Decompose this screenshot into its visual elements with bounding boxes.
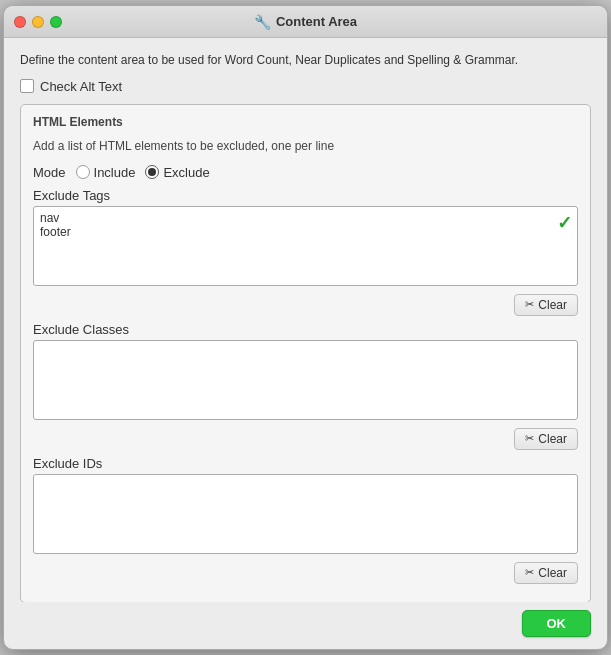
mode-row: Mode Include Exclude xyxy=(33,165,578,180)
exclude-tags-block: Exclude Tags nav footer ✓ ✂ Clear xyxy=(33,188,578,316)
fields-container: Exclude Tags nav footer ✓ ✂ Clear Exclud xyxy=(33,188,578,590)
main-window: 🔧 Content Area Define the content area t… xyxy=(3,5,608,650)
close-button[interactable] xyxy=(14,16,26,28)
exclude-ids-wrap xyxy=(33,474,578,557)
exclude-classes-block: Exclude Classes ✂ Clear xyxy=(33,322,578,450)
exclude-ids-clear-row: ✂ Clear xyxy=(33,562,578,584)
mode-exclude-label: Exclude xyxy=(163,165,209,180)
title-icon: 🔧 xyxy=(254,14,271,30)
clear-classes-icon: ✂ xyxy=(525,432,534,445)
window-controls xyxy=(14,16,62,28)
add-instruction: Add a list of HTML elements to be exclud… xyxy=(33,139,578,153)
mode-label: Mode xyxy=(33,165,66,180)
exclude-tags-textarea[interactable]: nav footer xyxy=(33,206,578,286)
mode-include-option[interactable]: Include xyxy=(76,165,136,180)
exclude-classes-textarea[interactable] xyxy=(33,340,578,420)
clear-ids-label: Clear xyxy=(538,566,567,580)
exclude-classes-clear-button[interactable]: ✂ Clear xyxy=(514,428,578,450)
html-elements-group: HTML Elements Add a list of HTML element… xyxy=(20,104,591,602)
exclude-tags-clear-button[interactable]: ✂ Clear xyxy=(514,294,578,316)
check-alt-text-checkbox[interactable] xyxy=(20,79,34,93)
exclude-tags-wrap: nav footer ✓ xyxy=(33,206,578,289)
titlebar: 🔧 Content Area xyxy=(4,6,607,38)
mode-include-radio[interactable] xyxy=(76,165,90,179)
check-alt-text-label: Check Alt Text xyxy=(40,79,122,94)
exclude-ids-label: Exclude IDs xyxy=(33,456,578,471)
mode-include-label: Include xyxy=(94,165,136,180)
window-body: Define the content area to be used for W… xyxy=(4,38,607,602)
clear-classes-label: Clear xyxy=(538,432,567,446)
minimize-button[interactable] xyxy=(32,16,44,28)
exclude-classes-label: Exclude Classes xyxy=(33,322,578,337)
clear-ids-icon: ✂ xyxy=(525,566,534,579)
exclude-classes-wrap xyxy=(33,340,578,423)
maximize-button[interactable] xyxy=(50,16,62,28)
window-title: 🔧 Content Area xyxy=(254,14,357,30)
check-alt-text-row: Check Alt Text xyxy=(20,79,591,94)
exclude-classes-clear-row: ✂ Clear xyxy=(33,428,578,450)
ok-button[interactable]: OK xyxy=(522,610,592,637)
description-text: Define the content area to be used for W… xyxy=(20,52,591,69)
exclude-ids-textarea[interactable] xyxy=(33,474,578,554)
group-title: HTML Elements xyxy=(33,115,578,129)
exclude-ids-clear-button[interactable]: ✂ Clear xyxy=(514,562,578,584)
title-text: Content Area xyxy=(276,14,357,29)
mode-exclude-radio[interactable] xyxy=(145,165,159,179)
footer: OK xyxy=(4,602,607,649)
mode-exclude-option[interactable]: Exclude xyxy=(145,165,209,180)
clear-tags-icon: ✂ xyxy=(525,298,534,311)
clear-tags-label: Clear xyxy=(538,298,567,312)
exclude-ids-block: Exclude IDs ✂ Clear xyxy=(33,456,578,584)
checkmark-icon: ✓ xyxy=(557,212,572,234)
exclude-tags-clear-row: ✂ Clear xyxy=(33,294,578,316)
exclude-tags-label: Exclude Tags xyxy=(33,188,578,203)
